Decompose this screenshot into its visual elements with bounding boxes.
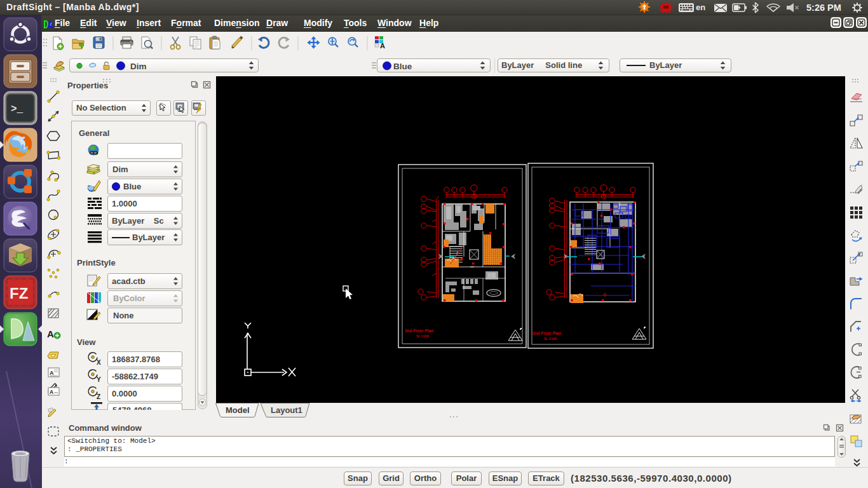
svg-text:Y: Y [97,376,101,383]
svg-text:Blue: Blue [393,62,412,71]
svg-text:en: en [696,3,705,12]
svg-text:2nd Floor Plan: 2nd Floor Plan [532,331,561,336]
svg-text:Z: Z [97,393,100,400]
svg-text:Layout1: Layout1 [271,405,302,415]
svg-text:Dim: Dim [130,62,147,71]
svg-text:Sc 1/100: Sc 1/100 [416,334,429,338]
svg-text:>_: >_ [11,104,24,115]
svg-text:5:26 PM: 5:26 PM [806,3,841,13]
svg-text:Model: Model [226,405,250,415]
svg-text:A: A [47,329,54,339]
svg-text:X: X [97,359,101,366]
svg-text:A: A [50,389,53,395]
svg-text:FZ: FZ [10,285,28,302]
svg-text:2nd Floor Plan: 2nd Floor Plan [405,329,433,333]
svg-text:Sc 1/100: Sc 1/100 [544,337,557,341]
svg-text:A: A [380,42,385,50]
svg-text:A: A [50,370,54,376]
